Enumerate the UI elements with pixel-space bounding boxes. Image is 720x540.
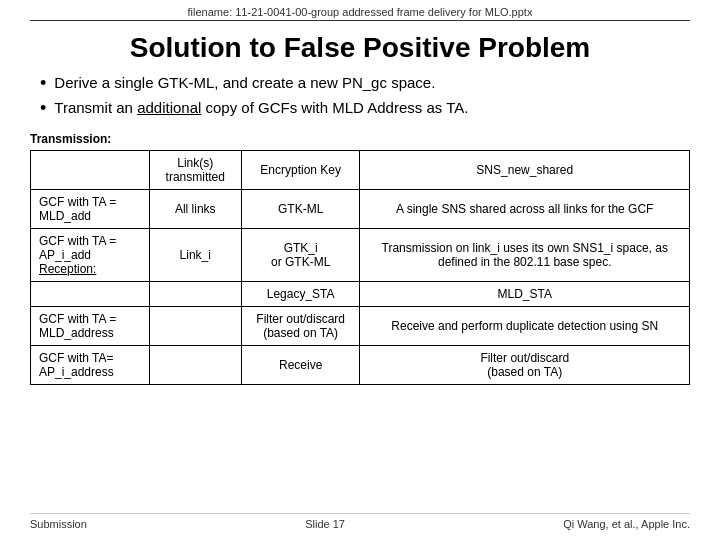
- header-cell-2: Encryption Key: [241, 150, 360, 189]
- footer-center: Slide 17: [305, 518, 345, 530]
- sec2-row2-col1: [149, 345, 241, 384]
- bullet-1-text: Derive a single GTK-ML, and create a new…: [54, 73, 435, 93]
- row1-col1: All links: [149, 189, 241, 228]
- row1-col0: GCF with TA =MLD_add: [31, 189, 150, 228]
- sec2-header-1: [149, 281, 241, 306]
- bullets-section: • Derive a single GTK-ML, and create a n…: [40, 73, 690, 124]
- footer-left: Submission: [30, 518, 87, 530]
- row1-col2: GTK-ML: [241, 189, 360, 228]
- row1-col3: A single SNS shared across all links for…: [360, 189, 690, 228]
- footer-right: Qi Wang, et al., Apple Inc.: [563, 518, 690, 530]
- table-section2-header: Legacy_STA MLD_STA: [31, 281, 690, 306]
- header-cell-1: Link(s)transmitted: [149, 150, 241, 189]
- table-sec2-row1: GCF with TA =MLD_address Filter out/disc…: [31, 306, 690, 345]
- sec2-row1-col3: Receive and perform duplicate detection …: [360, 306, 690, 345]
- table-row-1: GCF with TA =MLD_add All links GTK-ML A …: [31, 189, 690, 228]
- sec2-row1-col1: [149, 306, 241, 345]
- bullet-2-before: Transmit an: [54, 99, 137, 116]
- bullet-2: • Transmit an additional copy of GCFs wi…: [40, 98, 690, 120]
- bullet-dot-1: •: [40, 73, 46, 95]
- header-cell-3: SNS_new_shared: [360, 150, 690, 189]
- slide-title: Solution to False Positive Problem: [30, 31, 690, 65]
- row2-col2: GTK_ior GTK-ML: [241, 228, 360, 281]
- footer-bar: Submission Slide 17 Qi Wang, et al., App…: [30, 513, 690, 530]
- sec2-row2-col0: GCF with TA=AP_i_address: [31, 345, 150, 384]
- filename-bar: filename: 11-21-0041-00-group addressed …: [30, 0, 690, 21]
- bullet-2-text: Transmit an additional copy of GCFs with…: [54, 98, 468, 118]
- sec2-row1-col0: GCF with TA =MLD_address: [31, 306, 150, 345]
- sec2-header-3: MLD_STA: [360, 281, 690, 306]
- table-header-row: Link(s)transmitted Encryption Key SNS_ne…: [31, 150, 690, 189]
- header-cell-0: [31, 150, 150, 189]
- sec2-row2-col3: Filter out/discard(based on TA): [360, 345, 690, 384]
- slide-page: filename: 11-21-0041-00-group addressed …: [0, 0, 720, 540]
- row2-col3: Transmission on link_i uses its own SNS1…: [360, 228, 690, 281]
- transmission-table: Link(s)transmitted Encryption Key SNS_ne…: [30, 150, 690, 385]
- sec2-row2-col2: Receive: [241, 345, 360, 384]
- bullet-2-underline: additional: [137, 99, 201, 116]
- sec2-row1-col2: Filter out/discard(based on TA): [241, 306, 360, 345]
- sec2-header-2: Legacy_STA: [241, 281, 360, 306]
- transmission-label: Transmission:: [30, 132, 690, 146]
- bullet-1: • Derive a single GTK-ML, and create a n…: [40, 73, 690, 95]
- filename-text: filename: 11-21-0041-00-group addressed …: [188, 6, 533, 18]
- bullet-dot-2: •: [40, 98, 46, 120]
- table-sec2-row2: GCF with TA=AP_i_address Receive Filter …: [31, 345, 690, 384]
- sec2-header-0: [31, 281, 150, 306]
- bullet-2-after: copy of GCFs with MLD Address as TA.: [201, 99, 468, 116]
- table-row-2: GCF with TA =AP_i_addReception: Link_i G…: [31, 228, 690, 281]
- row2-col1: Link_i: [149, 228, 241, 281]
- row2-col0: GCF with TA =AP_i_addReception:: [31, 228, 150, 281]
